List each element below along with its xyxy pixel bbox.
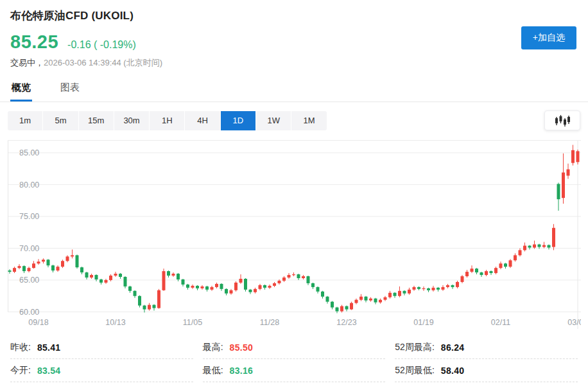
chart-area: 85.0080.0075.0070.0065.0060.0009/1810/13… xyxy=(8,140,580,333)
stat-label: 昨收: xyxy=(10,342,31,353)
price-row: 85.25 -0.16 ( -0.19%) xyxy=(10,33,578,51)
stat-value: 85.50 xyxy=(230,342,254,353)
page-title: 布伦特原油CFD (UKOIL) xyxy=(10,8,578,23)
stat-item: 最高:85.50 xyxy=(203,336,386,359)
stat-item: 今开:83.54 xyxy=(10,359,193,382)
stat-value: 86.24 xyxy=(441,342,465,353)
timeframe-button-30m[interactable]: 30m xyxy=(114,111,149,130)
timeframe-button-1D[interactable]: 1D xyxy=(221,111,255,130)
stat-item: 昨收:85.41 xyxy=(10,336,193,359)
stat-label: 今开: xyxy=(10,365,31,376)
price-change: -0.16 ( -0.19%) xyxy=(67,39,136,51)
last-price: 85.25 xyxy=(10,33,58,51)
stats-panel: 昨收:85.41最高:85.5052周最高:86.24今开:83.54最低:83… xyxy=(10,336,578,382)
stat-item: 52周最低:58.40 xyxy=(395,359,578,382)
stat-item: 最低:83.16 xyxy=(203,359,386,382)
timeframe-button-1M[interactable]: 1M xyxy=(291,111,326,130)
stat-value: 83.16 xyxy=(230,366,254,376)
timeframe-button-5m[interactable]: 5m xyxy=(43,111,78,130)
market-status: 交易中，2026-03-06 14:39:44 (北京时间) xyxy=(10,57,578,69)
svg-text:60.00: 60.00 xyxy=(19,308,39,317)
svg-text:65.00: 65.00 xyxy=(19,276,39,285)
svg-text:80.00: 80.00 xyxy=(19,181,39,190)
timeframe-button-1H[interactable]: 1H xyxy=(150,111,184,130)
svg-text:10/13: 10/13 xyxy=(105,318,125,327)
candlestick-chart[interactable]: 85.0080.0075.0070.0065.0060.0009/1810/13… xyxy=(8,140,581,333)
instrument-header: 布伦特原油CFD (UKOIL) 85.25 -0.16 ( -0.19%) 交… xyxy=(0,0,588,69)
stat-label: 最低: xyxy=(203,365,223,376)
stat-label: 52周最高: xyxy=(395,342,434,353)
stat-value: 83.54 xyxy=(37,366,61,376)
svg-text:11/28: 11/28 xyxy=(260,318,279,327)
candlestick-chart-icon xyxy=(554,114,571,127)
svg-text:70.00: 70.00 xyxy=(19,244,39,253)
timeframe-button-4H[interactable]: 4H xyxy=(185,111,220,130)
timeframe-button-1W[interactable]: 1W xyxy=(256,111,291,130)
svg-text:01/19: 01/19 xyxy=(413,318,433,327)
svg-text:12/23: 12/23 xyxy=(336,318,356,327)
stat-label: 最高: xyxy=(203,342,223,353)
chart-toolbar: 1m5m15m30m1H4H1D1W1M xyxy=(8,110,580,130)
svg-text:09/18: 09/18 xyxy=(28,318,48,327)
stat-label: 52周最低: xyxy=(395,365,434,376)
svg-text:11/05: 11/05 xyxy=(183,318,202,327)
tab-bar: 概览 图表 xyxy=(0,76,588,102)
svg-text:02/11: 02/11 xyxy=(491,318,510,327)
tab-chart[interactable]: 图表 xyxy=(59,76,81,101)
stat-value: 85.41 xyxy=(37,342,61,353)
tab-overview[interactable]: 概览 xyxy=(10,76,32,101)
timeframe-button-15m[interactable]: 15m xyxy=(79,111,114,130)
svg-text:75.00: 75.00 xyxy=(19,212,39,221)
stat-value: 58.40 xyxy=(441,366,465,376)
trading-status-label: 交易中， xyxy=(10,58,44,67)
add-to-watchlist-button[interactable]: +加自选 xyxy=(521,26,576,49)
chart-type-button[interactable] xyxy=(544,110,580,130)
quote-timestamp: 2026-03-06 14:39:44 (北京时间) xyxy=(44,58,162,67)
timeframe-selector: 1m5m15m30m1H4H1D1W1M xyxy=(8,111,327,130)
stat-item: 52周最高:86.24 xyxy=(395,336,578,359)
svg-text:03/06: 03/06 xyxy=(567,318,581,327)
svg-text:85.00: 85.00 xyxy=(19,148,39,157)
timeframe-button-1m[interactable]: 1m xyxy=(8,111,42,130)
